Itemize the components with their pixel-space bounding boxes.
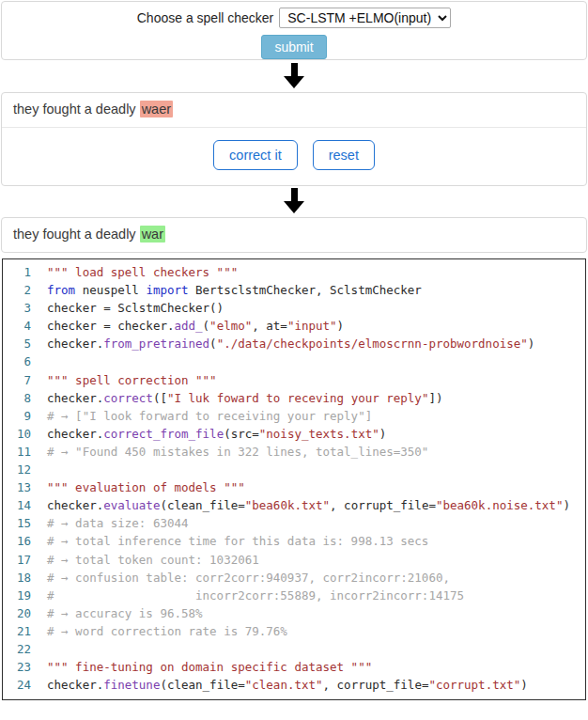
code-line: 18# → confusion table: corr2corr:940937,… [3,569,585,587]
line-number: 24 [3,676,31,694]
output-sentence-panel: they fought a deadly war [1,217,587,253]
line-number: 20 [3,604,31,622]
code-line: 23""" fine-tuning on domain specific dat… [3,658,585,676]
code-line: 22 [3,640,585,658]
code-line-content: # → "Found 450 mistakes in 322 lines, to… [47,443,428,461]
code-line-content: # → confusion table: corr2corr:940937, c… [47,569,450,587]
code-line: 2from neuspell import BertsclstmChecker,… [3,281,585,299]
code-line-content: # → total token count: 1032061 [47,551,259,569]
line-number: 7 [3,371,31,389]
line-number: 3 [3,299,31,317]
code-line-content: checker = SclstmChecker() [47,299,224,317]
chooser-row: Choose a spell checker SC-LSTM +ELMO(inp… [137,8,452,28]
spell-checker-label: Choose a spell checker [137,10,274,25]
line-number: 23 [3,658,31,676]
spell-checker-select[interactable]: SC-LSTM +ELMO(input) [279,8,451,28]
code-line: 19# incorr2corr:55889, incorr2incorr:141… [3,587,585,604]
code-line: 7""" spell correction """ [3,371,585,389]
reset-button[interactable]: reset [313,140,375,170]
code-line-content: checker.correct_from_file(src="noisy_tex… [47,425,386,443]
code-line-content: checker.from_pretrained("./data/checkpoi… [47,335,534,352]
code-line: 12 [3,461,585,478]
correct-it-button[interactable]: correct it [213,140,298,170]
code-line-content: # → total inference time for this data i… [47,532,428,550]
line-number: 6 [3,352,31,370]
corrected-word: war [140,226,165,243]
code-line: 21# → word correction rate is 79.76% [3,622,585,640]
line-number: 9 [3,407,31,425]
code-line-content: checker.correct(["I luk foward to recevi… [47,389,442,407]
down-arrow-icon [284,63,304,88]
code-line: 10checker.correct_from_file(src="noisy_t… [3,425,585,443]
code-line: 13""" evaluation of models """ [3,478,585,496]
input-sentence-text: they fought a deadly [13,102,140,117]
code-line-content: from neuspell import BertsclstmChecker, … [47,281,422,299]
code-line: 9# → ["I look forward to receiving your … [3,407,585,425]
output-sentence-text: they fought a deadly [13,227,140,242]
line-number: 13 [3,478,31,496]
code-line: 4checker = checker.add_("elmo", at="inpu… [3,317,585,335]
code-line: 20# → accuracy is 96.58% [3,604,585,622]
code-line-content: """ fine-tuning on domain specific datas… [47,658,372,676]
code-line-content: # → ["I look forward to receiving your r… [47,407,372,425]
line-number: 16 [3,532,31,550]
code-line-content: checker.evaluate(clean_file="bea60k.txt"… [47,496,570,514]
line-number: 21 [3,622,31,640]
code-line: 6 [3,352,585,370]
code-line-content: # → accuracy is 96.58% [47,604,203,622]
code-line-content: """ load spell checkers """ [47,263,238,281]
output-sentence-field: they fought a deadly war [2,218,586,252]
line-number: 1 [3,263,31,281]
code-line: 24checker.finetune(clean_file="clean.txt… [3,676,585,694]
spell-checker-panel: Choose a spell checker SC-LSTM +ELMO(inp… [1,1,587,60]
line-number: 8 [3,389,31,407]
line-number: 18 [3,569,31,587]
misspelled-word: waer [140,101,173,117]
line-number: 15 [3,514,31,532]
code-line: 5checker.from_pretrained("./data/checkpo… [3,335,585,352]
line-number: 19 [3,587,31,604]
input-controls-row: correct it reset [2,127,586,185]
line-number: 12 [3,461,31,478]
down-arrow-icon [284,188,304,213]
submit-button[interactable]: submit [261,35,326,59]
line-number: 5 [3,335,31,352]
code-line-content: # → word correction rate is 79.76% [47,622,287,640]
code-line-content: checker = checker.add_("elmo", at="input… [47,317,344,335]
line-number: 17 [3,551,31,569]
code-line: 16# → total inference time for this data… [3,532,585,550]
code-line: 8checker.correct(["I luk foward to recev… [3,389,585,407]
code-line: 15# → data size: 63044 [3,514,585,532]
line-number: 2 [3,281,31,299]
line-number: 14 [3,496,31,514]
code-line-content: """ spell correction """ [47,371,217,389]
line-number: 22 [3,640,31,658]
code-line-content: # incorr2corr:55889, incorr2incorr:14175 [47,587,464,604]
code-line-content: """ evaluation of models """ [47,478,245,496]
code-lines: 1""" load spell checkers """2from neuspe… [3,263,585,694]
code-line: 17# → total token count: 1032061 [3,551,585,569]
input-sentence-panel: they fought a deadly waer correct it res… [1,92,587,186]
code-example-panel: 1""" load spell checkers """2from neuspe… [2,258,586,700]
code-line: 1""" load spell checkers """ [3,263,585,281]
line-number: 10 [3,425,31,443]
code-line: 14checker.evaluate(clean_file="bea60k.tx… [3,496,585,514]
code-line-content: checker.finetune(clean_file="clean.txt",… [47,676,528,694]
code-line-content: # → data size: 63044 [47,514,189,532]
line-number: 4 [3,317,31,335]
input-sentence-field[interactable]: they fought a deadly waer [2,93,586,127]
code-line: 11# → "Found 450 mistakes in 322 lines, … [3,443,585,461]
code-line: 3checker = SclstmChecker() [3,299,585,317]
line-number: 11 [3,443,31,461]
